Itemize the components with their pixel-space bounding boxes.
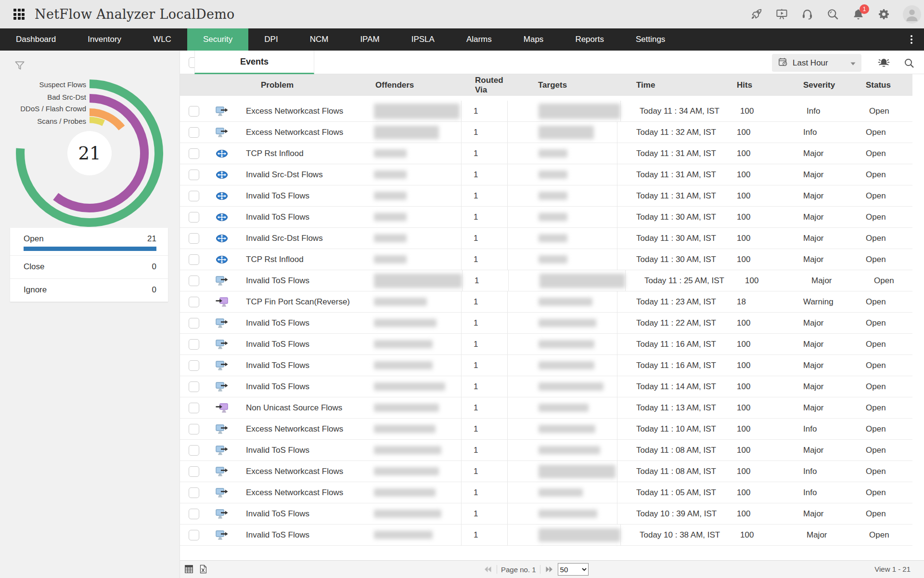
- router-icon: [216, 148, 228, 159]
- table-row[interactable]: Excess Networkcast Flows1Today 11 : 08 A…: [180, 461, 912, 482]
- table-row[interactable]: Invalid ToS Flows1Today 11 : 08 AM, IST1…: [180, 440, 912, 461]
- table-row[interactable]: Invalid ToS Flows1Today 11 : 31 AM, IST1…: [180, 185, 912, 207]
- status-row-close[interactable]: Close0: [10, 256, 168, 279]
- row-checkbox[interactable]: [189, 487, 199, 498]
- table-row[interactable]: Excess Networkcast Flows1Today 11 : 05 A…: [180, 482, 912, 503]
- offenders-cell: [373, 419, 462, 439]
- row-checkbox[interactable]: [189, 530, 199, 540]
- user-avatar[interactable]: [903, 5, 921, 24]
- table-row[interactable]: Non Unicast Source Flows1Today 11 : 13 A…: [180, 397, 912, 419]
- row-checkbox[interactable]: [189, 445, 199, 456]
- row-checkbox[interactable]: [189, 297, 199, 307]
- nav-tab-reports[interactable]: Reports: [559, 28, 620, 51]
- table-row[interactable]: Excess Networkcast Flows1Today 11 : 32 A…: [180, 122, 912, 143]
- row-checkbox[interactable]: [189, 127, 199, 138]
- row-checkbox[interactable]: [189, 106, 199, 117]
- nav-tab-alarms[interactable]: Alarms: [450, 28, 508, 51]
- table-row[interactable]: Invalid ToS Flows1Today 11 : 16 AM, IST1…: [180, 334, 912, 355]
- row-checkbox[interactable]: [189, 148, 199, 159]
- row-checkbox[interactable]: [189, 360, 199, 371]
- nav-tab-inventory[interactable]: Inventory: [72, 28, 137, 51]
- nav-tab-wlc[interactable]: WLC: [137, 28, 187, 51]
- nav-tab-ncm[interactable]: NCM: [294, 28, 345, 51]
- table-row[interactable]: Invalid ToS Flows1Today 11 : 25 AM, IST1…: [180, 270, 912, 291]
- chart-arc-4: [90, 120, 103, 123]
- nav-tab-settings[interactable]: Settings: [620, 28, 681, 51]
- top-icon-group: 1: [750, 0, 921, 28]
- support-headset-icon[interactable]: [801, 8, 814, 21]
- problem-cell: Invalid ToS Flows: [236, 525, 373, 545]
- row-checkbox[interactable]: [189, 509, 199, 519]
- table-row[interactable]: TCP Rst Inflood1Today 11 : 30 AM, IST100…: [180, 249, 912, 270]
- problem-cell: Excess Networkcast Flows: [236, 419, 373, 439]
- column-header-hits[interactable]: Hits: [735, 74, 802, 96]
- column-header-targets[interactable]: Targets: [508, 74, 617, 96]
- column-header-status[interactable]: Status: [864, 74, 912, 96]
- row-checkbox[interactable]: [189, 381, 199, 392]
- targets-cell: [508, 164, 617, 185]
- table-row[interactable]: Invalid ToS Flows1Today 10 : 38 AM, IST1…: [180, 525, 912, 546]
- row-checkbox[interactable]: [189, 212, 199, 223]
- row-checkbox[interactable]: [189, 276, 199, 286]
- row-checkbox[interactable]: [189, 318, 199, 328]
- table-row[interactable]: Invalid Src-Dst Flows1Today 11 : 31 AM, …: [180, 164, 912, 185]
- nav-tab-maps[interactable]: Maps: [508, 28, 560, 51]
- redacted-target: [539, 361, 594, 369]
- row-checkbox[interactable]: [189, 403, 199, 413]
- status-cell: Open: [864, 185, 912, 206]
- table-row[interactable]: TCP Fin Port Scan(Reverse)1Today 11 : 23…: [180, 291, 912, 313]
- nav-tab-dashboard[interactable]: Dashboard: [0, 28, 72, 51]
- table-row[interactable]: Invalid ToS Flows1Today 11 : 30 AM, IST1…: [180, 207, 912, 228]
- targets-cell: [508, 461, 617, 482]
- table-row[interactable]: TCP Rst Inflood1Today 11 : 31 AM, IST100…: [180, 143, 912, 164]
- row-checkbox[interactable]: [189, 466, 199, 477]
- nav-tab-security[interactable]: Security: [187, 28, 248, 51]
- alert-profile-bell-icon[interactable]: [877, 56, 890, 71]
- severity-cell: Info: [802, 122, 864, 143]
- page-size-select[interactable]: 50: [558, 563, 589, 576]
- status-row-ignore[interactable]: Ignore0: [10, 279, 168, 302]
- row-checkbox[interactable]: [189, 233, 199, 244]
- table-row[interactable]: Invalid ToS Flows1Today 11 : 16 AM, IST1…: [180, 355, 912, 376]
- app-launcher-grid-icon[interactable]: [13, 9, 25, 20]
- row-checkbox[interactable]: [189, 191, 199, 201]
- excel-export-icon[interactable]: [198, 564, 208, 576]
- column-header-offenders[interactable]: Offenders: [373, 74, 462, 96]
- time-range-dropdown[interactable]: Last Hour: [772, 54, 861, 72]
- table-row[interactable]: Invalid ToS Flows1Today 11 : 14 AM, IST1…: [180, 376, 912, 397]
- host-monitor-out-icon: [216, 106, 228, 117]
- row-checkbox[interactable]: [189, 424, 199, 434]
- tab-events[interactable]: Events: [194, 51, 314, 74]
- column-header-severity[interactable]: Severity: [802, 74, 864, 96]
- nav-tab-ipsla[interactable]: IPSLA: [396, 28, 450, 51]
- offenders-cell: [373, 291, 462, 312]
- global-search-icon[interactable]: [826, 8, 839, 21]
- nav-tab-ipam[interactable]: IPAM: [344, 28, 395, 51]
- table-row[interactable]: Invalid ToS Flows1Today 10 : 39 AM, IST1…: [180, 503, 912, 525]
- redacted-target: [539, 255, 567, 263]
- demo-player-icon[interactable]: [775, 8, 788, 21]
- row-checkbox[interactable]: [189, 339, 199, 350]
- table-row[interactable]: Invalid ToS Flows1Today 11 : 22 AM, IST1…: [180, 313, 912, 334]
- column-header-routed-via[interactable]: Routed Via: [462, 74, 508, 96]
- row-checkbox[interactable]: [189, 170, 199, 180]
- rocket-icon[interactable]: [750, 8, 763, 21]
- settings-gear-icon[interactable]: [877, 8, 890, 21]
- first-page-icon[interactable]: [483, 565, 493, 573]
- nav-overflow-menu-icon[interactable]: [907, 28, 916, 51]
- notifications-bell-icon[interactable]: 1: [852, 8, 865, 21]
- column-header-problem[interactable]: Problem: [236, 74, 373, 96]
- table-export-icon[interactable]: [184, 564, 194, 576]
- last-page-icon[interactable]: [544, 565, 554, 573]
- table-row[interactable]: Excess Networkcast Flows1Today 11 : 10 A…: [180, 419, 912, 440]
- hits-cell: 100: [735, 397, 802, 418]
- nav-tab-dpi[interactable]: DPI: [248, 28, 294, 51]
- column-header-time[interactable]: Time: [617, 74, 735, 96]
- table-search-icon[interactable]: [903, 57, 915, 71]
- table-row[interactable]: Excess Networkcast Flows1Today 11 : 34 A…: [180, 101, 912, 122]
- severity-cell: Major: [802, 397, 864, 418]
- row-checkbox[interactable]: [189, 254, 199, 265]
- status-row-open[interactable]: Open21: [10, 228, 168, 256]
- severity-cell: Major: [802, 164, 864, 185]
- table-row[interactable]: Invalid Src-Dst Flows1Today 11 : 30 AM, …: [180, 228, 912, 249]
